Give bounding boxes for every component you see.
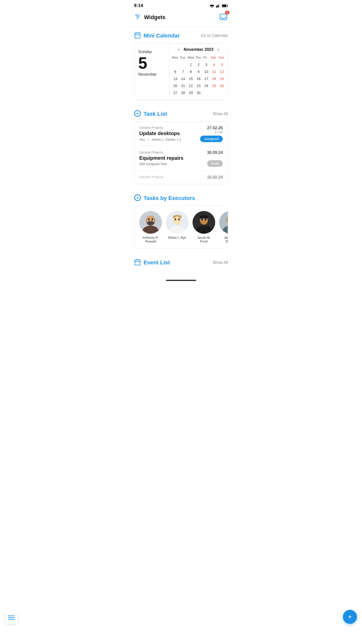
cal-day-16[interactable]: 16 xyxy=(195,75,203,82)
executor-avatar-ethan xyxy=(166,211,189,234)
cal-day-empty xyxy=(171,61,179,68)
svg-point-11 xyxy=(136,15,137,16)
task-status-badge: Assigned xyxy=(200,136,223,142)
go-to-calendar-button[interactable]: Go to Calendar xyxy=(201,33,228,38)
executor-name: Anthony R. Russell xyxy=(141,236,161,243)
cal-day-20[interactable]: 20 xyxy=(171,83,179,89)
task-time xyxy=(207,155,223,159)
tasks-by-executors-title: Tasks by Executors xyxy=(144,195,195,202)
mini-calendar-title: Mini Calendar xyxy=(144,32,180,39)
task-item[interactable]: Outside Projects Update desktops You → J… xyxy=(134,122,228,146)
svg-point-31 xyxy=(175,218,176,220)
task-date: 10.02.24 xyxy=(207,175,223,180)
task-item[interactable]: Outside Projects 10.02.24 xyxy=(134,171,228,184)
svg-rect-6 xyxy=(227,5,228,6)
task-date-block: 27.02.26 17:30 Assigned xyxy=(200,126,223,142)
cal-day-27[interactable]: 27 xyxy=(171,90,179,96)
status-icons xyxy=(209,4,228,8)
cal-day-29[interactable]: 29 xyxy=(187,90,195,96)
task-date-block: 30.09.24 Draft xyxy=(207,150,223,167)
calendar-week-headers: Mon Tue Wed Thu Fri Sat Sun xyxy=(171,54,226,61)
cal-day-26[interactable]: 26 xyxy=(218,83,226,89)
cal-day-6[interactable]: 6 xyxy=(171,68,179,75)
executor-item[interactable]: Jacob W. Finch xyxy=(193,211,215,243)
task-time: 17:30 xyxy=(200,130,223,134)
status-time: 9:14 xyxy=(134,3,143,8)
cal-day-2[interactable]: 2 xyxy=(195,61,203,68)
executor-name: Jacob W. Finch xyxy=(194,236,214,243)
cal-day-17[interactable]: 17 xyxy=(202,75,210,82)
event-list-title-group: Event List xyxy=(134,259,170,267)
cal-day-14[interactable]: 14 xyxy=(179,75,187,82)
svg-point-32 xyxy=(178,218,180,220)
show-all-tasks-button[interactable]: Show All xyxy=(213,112,228,116)
page-title: Widgets xyxy=(144,14,165,21)
cal-day-5-today[interactable]: 5 xyxy=(218,61,226,68)
prev-month-button[interactable]: ‹ xyxy=(178,47,180,52)
cal-day-3[interactable]: 3 xyxy=(202,61,210,68)
cal-day-15[interactable]: 15 xyxy=(187,75,195,82)
executor-name: James L. Davies xyxy=(220,236,228,243)
cal-day-11[interactable]: 11 xyxy=(210,68,218,75)
executors-card: Anthony R. Russell Ethan I. Rye xyxy=(134,206,228,249)
next-month-button[interactable]: › xyxy=(217,47,219,52)
svg-rect-15 xyxy=(135,33,140,38)
task-list-title: Task List xyxy=(144,111,167,117)
svg-point-27 xyxy=(147,221,154,225)
svg-point-26 xyxy=(152,218,153,220)
task-date: 27.02.26 xyxy=(200,126,223,130)
cal-day-1[interactable]: 1 xyxy=(187,61,195,68)
task-list-section: Task List Show All Outside Projects Upda… xyxy=(129,105,233,184)
executor-item[interactable]: Anthony R. Russell xyxy=(139,211,162,243)
svg-point-12 xyxy=(138,16,139,18)
tasks-by-executors-section: Tasks by Executors xyxy=(129,189,233,249)
cal-day-19[interactable]: 19 xyxy=(218,75,226,82)
executor-avatar-james xyxy=(219,211,228,234)
svg-rect-2 xyxy=(217,5,218,7)
executors-row: Anthony R. Russell Ethan I. Rye xyxy=(139,211,223,243)
calendar-week-5: 27 28 29 30 xyxy=(171,90,226,96)
cal-day-empty xyxy=(210,90,218,96)
task-item-left: Outside Projects Equipment repairs Self-… xyxy=(139,150,184,166)
cal-day-7[interactable]: 7 xyxy=(179,68,187,75)
cal-day-12[interactable]: 12 xyxy=(218,68,226,75)
cal-day-8[interactable]: 8 xyxy=(187,68,195,75)
mini-calendar-section: Mini Calendar Go to Calendar Sunday 5 No… xyxy=(129,27,233,100)
cal-day-13[interactable]: 13 xyxy=(171,75,179,82)
task-assignee: You → James L. Davies + 1 xyxy=(139,137,181,141)
battery-icon xyxy=(222,4,228,8)
cal-day-28[interactable]: 28 xyxy=(179,90,187,96)
task-date: 30.09.24 xyxy=(207,150,223,155)
home-indicator xyxy=(129,277,233,283)
task-item[interactable]: Outside Projects Equipment repairs Self-… xyxy=(134,146,228,171)
calendar-week-3: 13 14 15 16 17 18 19 xyxy=(171,75,226,82)
cal-day-21[interactable]: 21 xyxy=(179,83,187,89)
calendar-week-1: 1 2 3 4 5 xyxy=(171,61,226,68)
mini-calendar-header: Mini Calendar Go to Calendar xyxy=(134,32,228,40)
task-list-title-group: Task List xyxy=(134,110,167,118)
cal-day-22[interactable]: 22 xyxy=(187,83,195,89)
today-day-name: Sunday xyxy=(138,50,165,54)
cal-day-10[interactable]: 10 xyxy=(202,68,210,75)
svg-point-36 xyxy=(201,218,203,220)
filter-icon[interactable] xyxy=(134,13,141,21)
executor-name: Ethan I. Rye xyxy=(168,236,186,239)
app-header: Widgets 6 xyxy=(129,10,233,27)
cal-day-24[interactable]: 24 xyxy=(202,83,210,89)
svg-rect-7 xyxy=(222,5,226,7)
executor-item[interactable]: James L. Davies xyxy=(219,211,228,243)
cal-day-9[interactable]: 9 xyxy=(195,68,203,75)
cal-day-25[interactable]: 25 xyxy=(210,83,218,89)
cal-day-18[interactable]: 18 xyxy=(210,75,218,82)
svg-point-13 xyxy=(137,18,138,19)
col-sun: Sun xyxy=(218,54,226,61)
task-date-block: 10.02.24 xyxy=(207,175,223,180)
home-bar xyxy=(166,280,196,281)
notification-button[interactable]: 6 xyxy=(219,12,228,22)
task-name: Update desktops xyxy=(139,131,181,136)
cal-day-4[interactable]: 4 xyxy=(210,61,218,68)
cal-day-23[interactable]: 23 xyxy=(195,83,203,89)
show-all-events-button[interactable]: Show All xyxy=(213,260,228,265)
cal-day-30[interactable]: 30 xyxy=(195,90,203,96)
executor-item[interactable]: Ethan I. Rye xyxy=(166,211,189,243)
